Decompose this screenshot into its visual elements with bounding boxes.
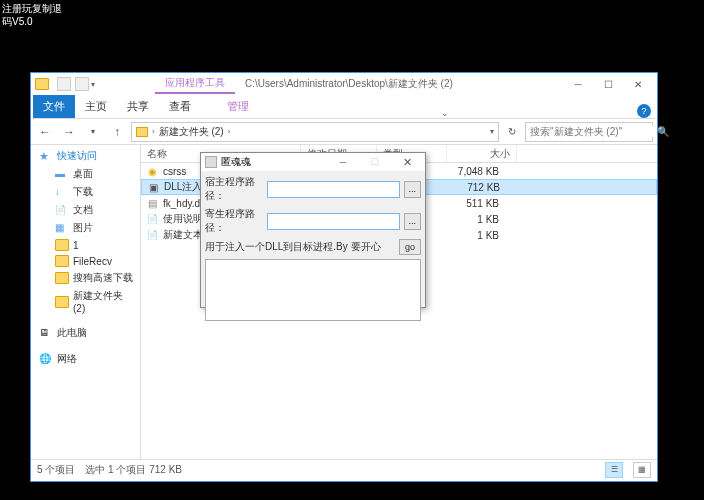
network-icon [39,353,53,365]
browse-parasite-button[interactable]: ... [404,213,421,230]
column-size[interactable]: 大小 [447,145,517,162]
sidebar-folder-1[interactable]: 1 [31,237,140,253]
forward-button[interactable]: → [59,122,79,142]
breadcrumb[interactable]: 新建文件夹 (2) [159,125,224,139]
navigation-bar: ← → ▾ ↑ › 新建文件夹 (2) › ▾ ↻ 🔍 [31,119,657,145]
app-icon [146,180,160,194]
sidebar-quick-access[interactable]: 快速访问 [31,147,140,165]
window-title: C:\Users\Administrator\Desktop\新建文件夹 (2) [245,77,453,91]
qat-dropdown-icon[interactable]: ▾ [91,80,95,89]
sidebar-filerecv[interactable]: FileRecv [31,253,140,269]
sidebar-documents[interactable]: 文档 [31,201,140,219]
recent-dropdown[interactable]: ▾ [83,122,103,142]
host-path-label: 宿主程序路径： [205,175,263,203]
close-button[interactable]: ✕ [623,73,653,95]
maximize-button[interactable]: ☐ [361,154,389,170]
txt-icon [145,228,159,242]
minimize-button[interactable]: ─ [329,154,357,170]
chevron-icon[interactable]: › [228,127,231,136]
tab-manage[interactable]: 管理 [217,95,259,118]
dialog-description: 用于注入一个DLL到目标进程.By 要开心 [205,240,381,254]
tab-view[interactable]: 查看 [159,95,201,118]
selection-info: 选中 1 个项目 712 KB [85,463,182,477]
document-icon [55,204,69,216]
sidebar-downloads[interactable]: 下载 [31,183,140,201]
chevron-icon[interactable]: › [152,127,155,136]
browse-host-button[interactable]: ... [404,181,421,198]
injector-dialog: 匿魂魂 ─ ☐ ✕ 宿主程序路径： ... 寄生程序路径： ... 用于注入一个… [200,152,426,308]
txt-icon [145,212,159,226]
search-input[interactable] [530,126,657,137]
sidebar-network[interactable]: 网络 [31,350,140,368]
sidebar-desktop[interactable]: 桌面 [31,165,140,183]
navigation-pane: 快速访问 桌面 下载 文档 图片 1 FileRecv 搜狗高速下载 新建文件夹… [31,145,141,459]
exe-icon [145,164,159,178]
go-button[interactable]: go [399,239,421,255]
tab-file[interactable]: 文件 [33,95,75,118]
picture-icon [55,222,69,234]
search-icon[interactable]: 🔍 [657,126,669,138]
folder-icon [55,255,69,267]
ribbon-chevron-icon[interactable]: ⌄ [441,108,449,118]
quick-access-toolbar [57,77,89,91]
dialog-titlebar[interactable]: 匿魂魂 ─ ☐ ✕ [201,153,425,171]
qat-newfolder[interactable] [75,77,89,91]
folder-icon [55,296,69,308]
app-icon [205,156,217,168]
refresh-button[interactable]: ↻ [503,122,521,142]
up-button[interactable]: ↑ [107,122,127,142]
maximize-button[interactable]: ☐ [593,73,623,95]
help-icon[interactable]: ? [637,104,651,118]
log-output[interactable] [205,259,421,321]
tab-home[interactable]: 主页 [75,95,117,118]
sidebar-newfolder[interactable]: 新建文件夹 (2) [31,287,140,316]
desktop-icon [55,168,69,180]
status-bar: 5 个项目 选中 1 个项目 712 KB ☰ ▦ [31,459,657,479]
folder-icon [136,127,148,137]
download-icon [55,186,69,198]
minimize-button[interactable]: ─ [563,73,593,95]
address-dropdown-icon[interactable]: ▾ [490,127,494,136]
tab-share[interactable]: 共享 [117,95,159,118]
sidebar-sogou[interactable]: 搜狗高速下载 [31,269,140,287]
back-button[interactable]: ← [35,122,55,142]
search-box[interactable]: 🔍 [525,122,653,142]
dialog-title: 匿魂魂 [221,155,251,169]
pc-icon [39,327,53,339]
qat-properties[interactable] [57,77,71,91]
titlebar[interactable]: ▾ 应用程序工具 C:\Users\Administrator\Desktop\… [31,73,657,95]
sidebar-pictures[interactable]: 图片 [31,219,140,237]
dll-icon [145,196,159,210]
folder-icon [35,78,49,90]
address-bar[interactable]: › 新建文件夹 (2) › ▾ [131,122,499,142]
ribbon-tabs: 文件 主页 共享 查看 管理 ⌄ ? [31,95,657,119]
parasite-path-input[interactable] [267,213,400,230]
desktop-watermark: 注册玩复制退码V5.0 [2,2,62,28]
details-view-button[interactable]: ☰ [605,462,623,478]
folder-icon [55,272,69,284]
folder-icon [55,239,69,251]
item-count: 5 个项目 [37,463,75,477]
sidebar-this-pc[interactable]: 此电脑 [31,324,140,342]
host-path-input[interactable] [267,181,400,198]
close-button[interactable]: ✕ [393,154,421,170]
parasite-path-label: 寄生程序路径： [205,207,263,235]
contextual-tab-label: 应用程序工具 [155,74,235,94]
icons-view-button[interactable]: ▦ [633,462,651,478]
star-icon [39,150,53,162]
